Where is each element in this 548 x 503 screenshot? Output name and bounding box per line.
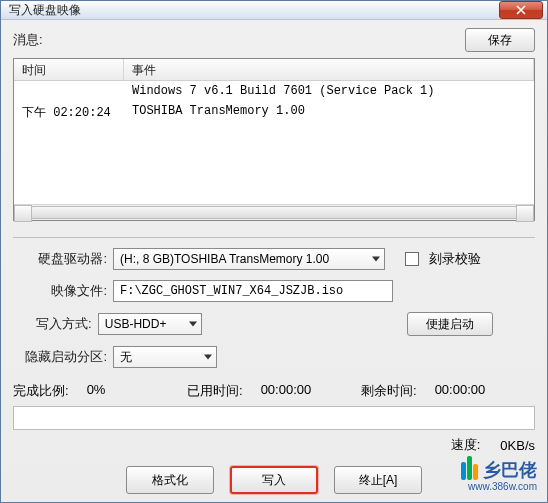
- terminate-button[interactable]: 终止[A]: [334, 466, 422, 494]
- image-label: 映像文件:: [13, 282, 113, 300]
- save-button[interactable]: 保存: [465, 28, 535, 52]
- hidden-partition-value: 无: [120, 349, 132, 366]
- remaining-label: 剩余时间:: [361, 382, 417, 400]
- verify-label: 刻录校验: [429, 250, 481, 268]
- status-row: 完成比例: 0% 已用时间: 00:00:00 剩余时间: 00:00:00: [13, 382, 535, 400]
- log-cell-time: [14, 83, 124, 99]
- log-cell-event: Windows 7 v6.1 Build 7601 (Service Pack …: [124, 83, 534, 99]
- log-header: 时间 事件: [14, 59, 534, 81]
- drive-label: 硬盘驱动器:: [13, 250, 113, 268]
- divider: [13, 237, 535, 238]
- hidden-partition-row: 隐藏启动分区: 无: [13, 346, 535, 368]
- image-file-input[interactable]: [113, 280, 393, 302]
- brand-url: www.386w.com: [468, 481, 537, 492]
- write-mode-value: USB-HDD+: [105, 317, 167, 331]
- window-title: 写入硬盘映像: [9, 2, 499, 19]
- message-row: 消息: 保存: [13, 28, 535, 52]
- speed-value: 0KB/s: [500, 438, 535, 453]
- write-mode-select[interactable]: USB-HDD+: [98, 313, 202, 335]
- brand-watermark: 乡巴佬 www.386w.com: [461, 456, 537, 492]
- log-cell-event: TOSHIBA TransMemory 1.00: [124, 103, 534, 122]
- col-header-event[interactable]: 事件: [124, 59, 534, 80]
- write-mode-row: 写入方式: USB-HDD+ 便捷启动: [13, 312, 535, 336]
- speed-label: 速度:: [451, 436, 481, 454]
- brand-bars-icon: [461, 456, 479, 483]
- progress-bar: [13, 406, 535, 430]
- bottom-button-row: 格式化 写入 终止[A]: [13, 462, 535, 498]
- drive-select-value: (H:, 8 GB)TOSHIBA TransMemory 1.00: [120, 252, 329, 266]
- brand-logo: 乡巴佬: [461, 456, 537, 483]
- elapsed-value: 00:00:00: [261, 382, 312, 400]
- log-cell-time: 下午 02:20:24: [14, 103, 124, 122]
- table-row: Windows 7 v6.1 Build 7601 (Service Pack …: [14, 81, 534, 101]
- write-button[interactable]: 写入: [230, 466, 318, 494]
- dialog-window: 写入硬盘映像 消息: 保存 时间 事件 Windows 7 v6.1 Build…: [0, 0, 548, 503]
- format-button[interactable]: 格式化: [126, 466, 214, 494]
- hidden-partition-select[interactable]: 无: [113, 346, 217, 368]
- col-header-time[interactable]: 时间: [14, 59, 124, 80]
- content-area: 消息: 保存 时间 事件 Windows 7 v6.1 Build 7601 (…: [1, 20, 547, 503]
- drive-row: 硬盘驱动器: (H:, 8 GB)TOSHIBA TransMemory 1.0…: [13, 248, 535, 270]
- brand-name: 乡巴佬: [483, 458, 537, 482]
- horizontal-scrollbar[interactable]: [14, 204, 534, 220]
- elapsed-label: 已用时间:: [187, 382, 243, 400]
- complete-pct-value: 0%: [87, 382, 106, 400]
- verify-checkbox[interactable]: [405, 252, 419, 266]
- log-table: 时间 事件 Windows 7 v6.1 Build 7601 (Service…: [13, 58, 535, 221]
- write-mode-label: 写入方式:: [13, 315, 98, 333]
- close-button[interactable]: [499, 1, 543, 19]
- speed-row: 速度: 0KB/s: [13, 436, 535, 454]
- table-row: 下午 02:20:24 TOSHIBA TransMemory 1.00: [14, 101, 534, 124]
- hidden-partition-label: 隐藏启动分区:: [13, 348, 113, 366]
- close-icon: [516, 5, 526, 15]
- image-row: 映像文件:: [13, 280, 535, 302]
- remaining-value: 00:00:00: [435, 382, 486, 400]
- complete-pct-label: 完成比例:: [13, 382, 69, 400]
- drive-select[interactable]: (H:, 8 GB)TOSHIBA TransMemory 1.00: [113, 248, 385, 270]
- quick-boot-button[interactable]: 便捷启动: [407, 312, 493, 336]
- message-label: 消息:: [13, 31, 43, 49]
- titlebar: 写入硬盘映像: [1, 1, 547, 20]
- log-body[interactable]: Windows 7 v6.1 Build 7601 (Service Pack …: [14, 81, 534, 204]
